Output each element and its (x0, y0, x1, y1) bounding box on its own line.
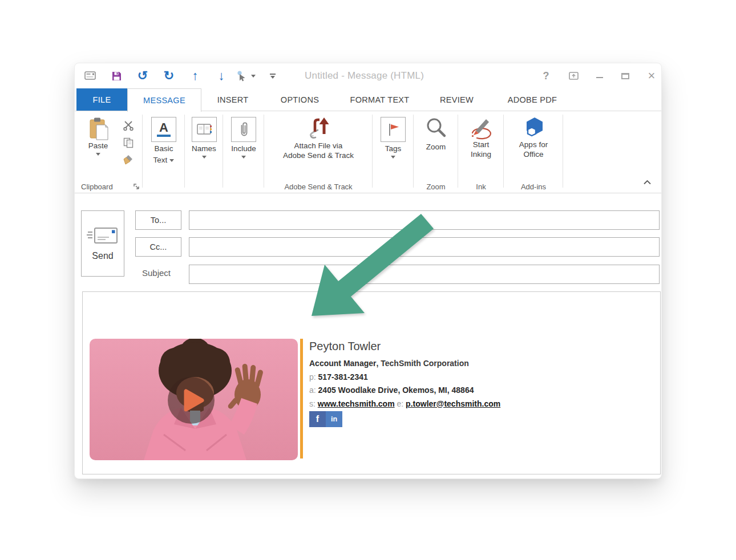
facebook-icon[interactable]: f (309, 411, 326, 427)
basic-text-group: A Basic Text (143, 111, 184, 193)
send-label: Send (92, 251, 113, 261)
ribbon: Paste Clipboard (75, 111, 661, 193)
start-inking-label-2: Inking (471, 149, 491, 159)
signature-name: Peyton Towler (309, 340, 500, 353)
maximize-icon[interactable] (615, 63, 636, 88)
screen: ↺ ↻ ↑ ↓ Untitled - Message (HTML) ? × FI… (0, 0, 736, 560)
ink-group-label: Ink (459, 182, 503, 191)
window-title: Untitled - Message (HTML) (305, 63, 424, 88)
social-icons: f in (309, 411, 342, 427)
website-link[interactable]: www.techsmith.com (318, 399, 395, 408)
tags-button[interactable]: Tags (373, 117, 413, 159)
undo-icon[interactable]: ↺ (133, 63, 152, 88)
tab-insert[interactable]: INSERT (201, 88, 264, 111)
signature-title-row: Account Manager, TechSmith Corporation (309, 357, 500, 371)
video-thumbnail[interactable] (90, 339, 298, 460)
names-button[interactable]: Names (185, 117, 223, 159)
clipboard-dialog-launcher-icon[interactable] (133, 182, 140, 190)
touch-mode-icon[interactable] (232, 63, 249, 88)
tags-label: Tags (385, 144, 402, 153)
copy-button[interactable] (119, 135, 138, 150)
start-inking-button[interactable]: Start Inking (459, 116, 503, 159)
email-prefix: e: (397, 399, 404, 408)
addins-group-label: Add-ins (504, 182, 563, 191)
ribbon-display-options-icon[interactable] (563, 63, 584, 88)
zoom-button[interactable]: Zoom (414, 116, 458, 152)
attach-adobe-label-2: Adobe Send & Track (283, 151, 354, 160)
cut-icon (123, 120, 134, 131)
zoom-group: Zoom Zoom (414, 111, 458, 193)
linkedin-icon[interactable]: in (326, 411, 342, 427)
tab-message[interactable]: MESSAGE (127, 88, 201, 112)
flag-icon (386, 122, 401, 137)
subject-input[interactable] (189, 265, 660, 284)
cc-input[interactable] (189, 237, 660, 257)
zoom-group-label: Zoom (414, 182, 458, 191)
apps-cube-icon (522, 116, 545, 140)
send-button[interactable]: Send (81, 210, 124, 277)
paperclip-icon (238, 121, 249, 138)
apps-for-office-button[interactable]: Apps for Office (504, 116, 563, 159)
include-group: Include (224, 111, 264, 193)
paste-dropdown-icon (96, 153, 100, 156)
ribbon-tabs: FILE MESSAGE INSERT OPTIONS FORMAT TEXT … (75, 88, 661, 111)
attach-adobe-icon (305, 115, 331, 141)
touch-mode-dropdown-icon[interactable] (248, 63, 258, 88)
format-painter-icon (123, 154, 134, 165)
adobe-send-track-group: Attach File via Adobe Send & Track Adobe… (265, 111, 372, 193)
tab-format-text[interactable]: FORMAT TEXT (335, 88, 424, 111)
title-bar: ↺ ↻ ↑ ↓ Untitled - Message (HTML) ? × (75, 63, 661, 88)
basic-text-icon: A (157, 122, 171, 137)
help-icon[interactable]: ? (536, 63, 556, 88)
redo-icon[interactable]: ↻ (159, 63, 179, 88)
names-label: Names (192, 144, 216, 153)
to-button[interactable]: To... (135, 210, 181, 230)
basic-text-dropdown-icon (169, 159, 174, 162)
save-icon[interactable] (107, 63, 126, 88)
email-link[interactable]: p.towler@techsmith.com (406, 399, 500, 408)
address-value: 2405 Woodlake Drive, Okemos, MI, 48864 (318, 385, 474, 395)
tab-options[interactable]: OPTIONS (264, 88, 335, 111)
start-inking-label-1: Start (473, 140, 490, 149)
inking-pen-icon (468, 116, 494, 140)
collapse-ribbon-icon[interactable] (644, 177, 651, 187)
minimize-icon[interactable] (589, 63, 610, 88)
cc-button[interactable]: Cc... (135, 237, 181, 257)
tags-dropdown-icon (391, 156, 395, 159)
basic-text-label-1: Basic (154, 144, 173, 153)
signature-address-row: a: 2405 Woodlake Drive, Okemos, MI, 4886… (309, 384, 500, 397)
zoom-label: Zoom (426, 142, 446, 152)
video-thumbnail-illustration (90, 339, 298, 460)
cut-button[interactable] (119, 118, 138, 133)
tab-review[interactable]: REVIEW (424, 88, 490, 111)
copy-icon (123, 137, 134, 148)
adobe-send-track-group-label: Adobe Send & Track (265, 182, 372, 191)
attach-adobe-label-1: Attach File via (294, 141, 343, 151)
signature-links-row: s: www.techsmith.com e: p.towler@techsmi… (309, 397, 500, 411)
move-down-icon[interactable]: ↓ (212, 63, 231, 88)
format-painter-button[interactable] (119, 152, 138, 167)
subject-label: Subject (142, 268, 171, 278)
signature-accent-bar (300, 339, 303, 458)
signature-phone-row: p: 517-381-2341 (309, 371, 500, 384)
customize-quick-access-icon[interactable] (265, 63, 280, 88)
names-group: Names (185, 111, 223, 193)
close-icon[interactable]: × (641, 63, 662, 88)
signature-role: Account Manager (309, 359, 376, 368)
site-prefix: s: (309, 399, 316, 408)
phone-value: 517-381-2341 (318, 372, 368, 382)
to-input[interactable] (189, 210, 660, 230)
attach-file-adobe-button[interactable]: Attach File via Adobe Send & Track (265, 115, 372, 160)
basic-text-label-2: Text (153, 156, 168, 165)
tab-adobe-pdf[interactable]: ADOBE PDF (490, 88, 575, 111)
tab-file[interactable]: FILE (76, 88, 127, 111)
basic-text-button[interactable]: A Basic Text (143, 117, 184, 165)
send-envelope-icon (86, 226, 119, 245)
message-body[interactable]: Peyton Towler Account Manager, TechSmith… (82, 291, 661, 474)
message-window-icon (80, 63, 100, 88)
paste-button[interactable]: Paste (82, 117, 115, 156)
move-up-icon[interactable]: ↑ (185, 63, 205, 88)
include-dropdown-icon (241, 156, 246, 159)
include-button[interactable]: Include (224, 117, 264, 159)
apps-for-office-label-2: Office (523, 149, 543, 159)
